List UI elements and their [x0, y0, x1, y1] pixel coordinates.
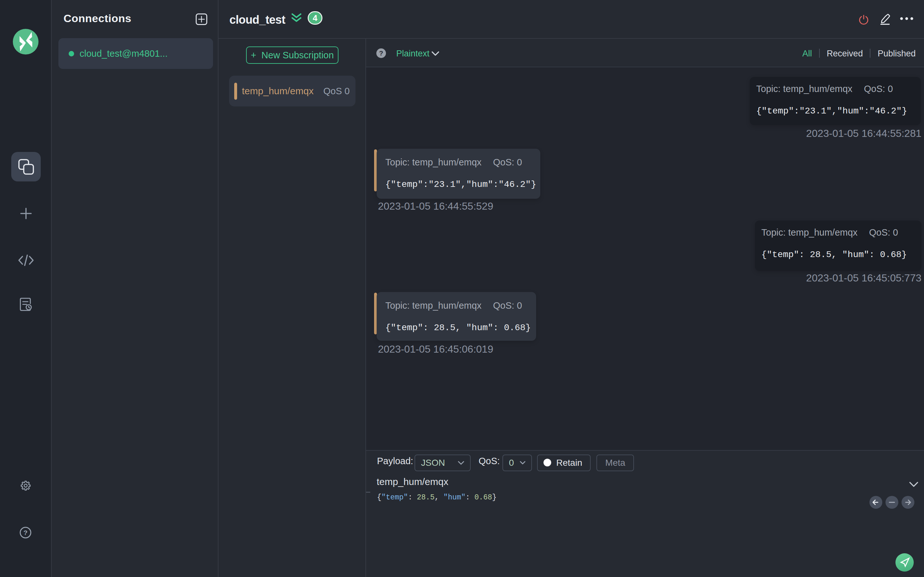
- svg-text:?: ?: [23, 529, 27, 536]
